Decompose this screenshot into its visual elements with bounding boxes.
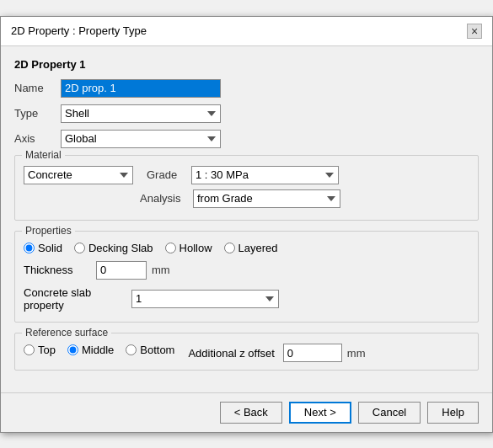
radio-middle-label: Middle [82,344,114,356]
radio-decking-label: Decking Slab [88,242,153,254]
reference-group-title: Reference surface [22,327,111,339]
concrete-property-label: Concrete slab property [24,286,125,312]
properties-radio-group: Solid Decking Slab Hollow Layered [24,242,469,254]
dialog-body: 2D Property 1 Name Type Shell Membrane P… [1,46,492,392]
zoffset-row: Additional z offset mm [188,344,365,362]
section-title: 2D Property 1 [14,58,479,71]
axis-row: Axis Global Local [14,130,479,148]
radio-middle[interactable]: Middle [67,344,114,356]
radio-top[interactable]: Top [24,344,56,356]
z-offset-input[interactable] [283,344,342,362]
analysis-label: Analysis [140,192,186,205]
type-select[interactable]: Shell Membrane Plate [61,104,221,123]
material-select[interactable]: Concrete Steel [24,166,133,184]
radio-bottom[interactable]: Bottom [126,344,174,356]
radio-middle-input[interactable] [67,344,78,355]
radio-solid-input[interactable] [24,243,35,253]
grade-select[interactable]: 1 : 30 MPa 2 : 25 MPa [191,166,339,184]
radio-top-label: Top [38,344,56,356]
thickness-label: Thickness [24,264,91,276]
material-row: Concrete Steel Grade 1 : 30 MPa 2 : 25 M… [24,166,469,184]
type-row: Type Shell Membrane Plate [14,104,479,123]
radio-hollow[interactable]: Hollow [165,242,212,254]
name-input[interactable] [61,79,221,98]
material-group: Material Concrete Steel Grade 1 : 30 MPa… [14,155,479,221]
thickness-row: Thickness mm [24,261,469,280]
z-offset-label: Additional z offset [188,347,274,360]
ref-surface-radios: Top Middle Bottom [24,344,174,356]
axis-select[interactable]: Global Local [61,130,221,148]
radio-layered-label: Layered [238,242,278,254]
thickness-input[interactable] [96,261,147,280]
concrete-property-row: Concrete slab property 1 2 [24,286,469,312]
thickness-unit: mm [152,264,170,276]
concrete-property-select[interactable]: 1 2 [131,290,279,308]
dialog: 2D Property : Property Type × 2D Propert… [0,16,493,433]
radio-hollow-label: Hollow [180,242,212,254]
radio-layered[interactable]: Layered [224,242,278,254]
axis-label: Axis [14,132,61,145]
properties-group: Properties Solid Decking Slab Hollow [14,231,479,323]
radio-hollow-input[interactable] [165,243,176,253]
analysis-row: Analysis from Grade Custom [140,189,469,208]
dialog-footer: < Back Next > Cancel Help [1,392,492,432]
radio-decking[interactable]: Decking Slab [74,242,153,254]
name-row: Name [14,79,479,98]
radio-bottom-label: Bottom [140,344,174,356]
analysis-select[interactable]: from Grade Custom [193,189,340,208]
back-button[interactable]: < Back [220,402,282,424]
cancel-button[interactable]: Cancel [358,402,421,424]
next-button[interactable]: Next > [289,402,351,424]
z-offset-unit: mm [347,347,366,360]
grade-label: Grade [147,168,185,181]
radio-decking-input[interactable] [74,243,85,253]
radio-bottom-input[interactable] [126,344,137,355]
title-bar: 2D Property : Property Type × [1,17,492,46]
type-label: Type [14,107,61,120]
radio-solid-label: Solid [38,242,62,254]
radio-top-input[interactable] [24,344,35,355]
name-label: Name [14,82,61,94]
properties-group-title: Properties [22,225,75,237]
reference-group: Reference surface Top Middle [14,333,479,371]
dialog-title: 2D Property : Property Type [11,24,147,37]
radio-solid[interactable]: Solid [24,242,62,254]
radio-layered-input[interactable] [224,243,235,253]
help-button[interactable]: Help [427,402,479,424]
close-button[interactable]: × [467,24,482,39]
material-group-title: Material [22,149,65,161]
